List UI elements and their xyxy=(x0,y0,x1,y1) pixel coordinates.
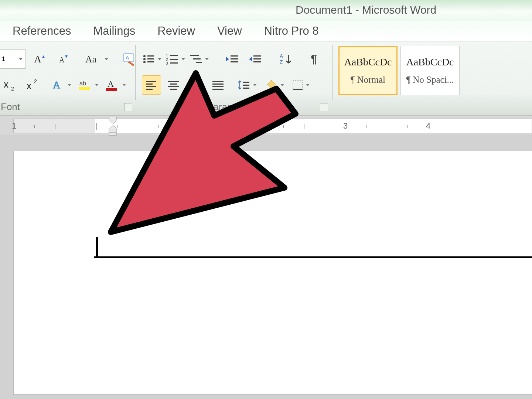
ruler-number: 1 xyxy=(12,121,16,131)
justify-button[interactable] xyxy=(208,75,228,95)
svg-point-16 xyxy=(143,55,146,57)
window-title: Document1 - Microsoft Word xyxy=(296,4,436,16)
style-no-spacing[interactable]: AaBbCcDc ¶ No Spaci... xyxy=(400,46,460,95)
chevron-down-icon xyxy=(205,58,209,60)
svg-text:A: A xyxy=(34,53,42,65)
svg-text:x: x xyxy=(27,80,31,91)
svg-text:A: A xyxy=(53,79,61,91)
svg-rect-58 xyxy=(243,88,249,89)
multilevel-list-button[interactable] xyxy=(189,50,209,69)
svg-text:Z: Z xyxy=(280,59,283,65)
document-page[interactable] xyxy=(13,151,532,395)
svg-rect-33 xyxy=(231,61,238,62)
change-case-button[interactable]: Aa xyxy=(85,50,109,69)
font-group-label: Font xyxy=(1,101,20,113)
svg-text:ab: ab xyxy=(79,80,86,86)
svg-rect-47 xyxy=(170,89,177,90)
svg-rect-27 xyxy=(170,62,178,64)
svg-rect-32 xyxy=(231,58,238,59)
chevron-down-icon xyxy=(19,58,23,60)
svg-rect-13 xyxy=(79,87,90,90)
shading-button[interactable] xyxy=(265,75,284,95)
font-size-value: 1 xyxy=(2,56,5,62)
svg-text:A: A xyxy=(108,79,114,89)
chevron-down-icon xyxy=(280,84,284,86)
chevron-down-icon xyxy=(158,58,161,60)
svg-rect-43 xyxy=(146,89,153,90)
svg-rect-19 xyxy=(147,58,154,59)
numbering-button[interactable]: 123 xyxy=(166,50,185,69)
svg-rect-46 xyxy=(168,86,179,87)
paragraph-dialog-launcher[interactable] xyxy=(320,103,328,111)
shrink-font-button[interactable]: A▾ xyxy=(55,50,74,69)
svg-rect-21 xyxy=(147,61,154,62)
style-normal[interactable]: AaBbCcDc ¶ Normal xyxy=(338,46,398,95)
svg-rect-44 xyxy=(168,81,179,82)
svg-text:A: A xyxy=(126,55,129,61)
styles-gallery: AaBbCcDc ¶ Normal AaBbCcDc ¶ No Spaci... xyxy=(338,46,460,95)
tab-review[interactable]: Review xyxy=(157,24,195,38)
chevron-down-icon xyxy=(122,84,126,86)
align-right-button[interactable] xyxy=(186,75,205,95)
font-size-combo[interactable]: 1 xyxy=(0,50,26,69)
svg-rect-30 xyxy=(196,62,202,63)
tab-references[interactable]: References xyxy=(13,24,71,38)
svg-rect-25 xyxy=(170,59,178,60)
svg-text:2: 2 xyxy=(34,79,37,84)
style-preview: AaBbCcDc xyxy=(344,56,392,68)
svg-rect-55 xyxy=(212,89,224,90)
grow-font-button[interactable]: A▴ xyxy=(31,50,50,69)
borders-button[interactable] xyxy=(291,75,310,95)
chevron-down-icon xyxy=(253,84,257,86)
svg-rect-48 xyxy=(190,81,201,82)
text-caret xyxy=(96,237,98,257)
svg-text:2: 2 xyxy=(11,86,14,91)
bullets-button[interactable] xyxy=(142,50,162,69)
svg-rect-59 xyxy=(293,81,303,89)
svg-rect-56 xyxy=(243,82,249,83)
svg-rect-42 xyxy=(146,86,156,87)
svg-point-18 xyxy=(143,58,146,60)
tab-nitro-pro[interactable]: Nitro Pro 8 xyxy=(264,24,319,38)
svg-rect-40 xyxy=(146,81,156,82)
svg-rect-35 xyxy=(253,58,261,59)
show-hide-paragraph-button[interactable]: ¶ xyxy=(307,50,326,69)
svg-rect-17 xyxy=(147,55,154,57)
decrease-indent-button[interactable] xyxy=(222,50,242,69)
svg-rect-36 xyxy=(253,61,261,62)
horizontal-ruler[interactable]: 1 3 4 xyxy=(0,115,532,136)
align-center-button[interactable] xyxy=(164,75,183,95)
svg-marker-61 xyxy=(109,117,116,124)
subscript-button[interactable]: x2 xyxy=(0,75,19,95)
font-color-button[interactable]: A xyxy=(105,75,126,95)
svg-rect-31 xyxy=(231,55,238,57)
svg-marker-62 xyxy=(109,125,116,132)
sort-button[interactable]: AZ xyxy=(276,50,296,69)
chevron-down-icon xyxy=(181,58,185,60)
svg-rect-49 xyxy=(195,83,201,85)
chevron-down-icon xyxy=(306,84,310,86)
svg-rect-34 xyxy=(253,55,261,57)
increase-indent-button[interactable] xyxy=(245,50,265,69)
svg-rect-63 xyxy=(109,132,116,135)
svg-rect-50 xyxy=(190,86,201,87)
svg-rect-15 xyxy=(106,88,117,91)
ribbon: 1 A▴ A▾ Aa A x2 x2 A ab A xyxy=(0,41,532,115)
superscript-button[interactable]: x2 xyxy=(23,75,42,95)
svg-text:A: A xyxy=(59,56,65,64)
indent-marker-icon[interactable] xyxy=(108,117,118,136)
highlight-color-button[interactable]: ab xyxy=(78,75,99,95)
tab-mailings[interactable]: Mailings xyxy=(93,24,136,38)
svg-text:A: A xyxy=(280,53,283,59)
line-spacing-button[interactable] xyxy=(236,75,257,95)
align-left-button[interactable] xyxy=(142,75,161,95)
text-effects-button[interactable]: A xyxy=(52,75,72,95)
svg-rect-51 xyxy=(195,89,201,90)
svg-rect-28 xyxy=(190,55,199,56)
font-dialog-launcher[interactable] xyxy=(124,103,132,111)
chevron-down-icon xyxy=(105,58,108,60)
style-preview: AaBbCcDc xyxy=(406,56,454,68)
clear-formatting-button[interactable]: A xyxy=(120,50,139,69)
tab-view[interactable]: View xyxy=(217,24,242,38)
svg-text:3: 3 xyxy=(166,61,168,65)
